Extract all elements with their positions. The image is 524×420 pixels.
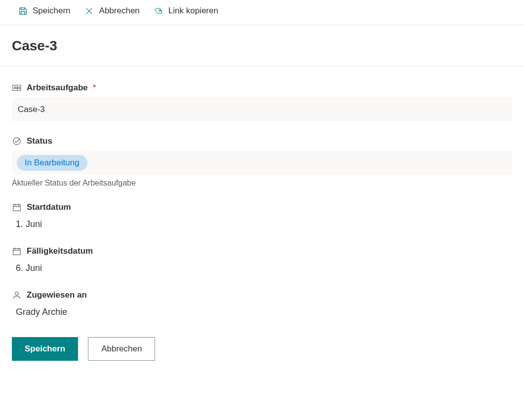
status-label: Status bbox=[27, 136, 52, 146]
svg-point-4 bbox=[15, 292, 18, 295]
page-title: Case-3 bbox=[12, 38, 512, 54]
start-date-label: Startdatum bbox=[27, 202, 71, 212]
toolbar-cancel-label: Abbrechen bbox=[99, 6, 140, 16]
toolbar-copy-link-label: Link kopieren bbox=[168, 6, 218, 16]
cancel-button[interactable]: Abbrechen bbox=[88, 337, 155, 361]
toolbar-save-button[interactable]: Speichern bbox=[18, 6, 71, 16]
calendar-icon bbox=[12, 202, 22, 212]
person-icon bbox=[12, 290, 22, 300]
start-date-field: Startdatum 1. Juni bbox=[12, 202, 512, 231]
toolbar-save-label: Speichern bbox=[33, 6, 71, 16]
start-date-label-row: Startdatum bbox=[12, 202, 512, 212]
toolbar-cancel-button[interactable]: Abbrechen bbox=[84, 6, 140, 16]
save-icon bbox=[18, 6, 28, 16]
divider bbox=[0, 66, 524, 66]
button-row: Speichern Abbrechen bbox=[12, 337, 512, 361]
status-check-icon bbox=[12, 136, 22, 146]
assigned-to-label-row: Zugewiesen an bbox=[12, 290, 512, 300]
status-field: Status In Bearbeitung Aktueller Status d… bbox=[12, 136, 512, 188]
text-field-icon bbox=[12, 83, 22, 93]
assigned-to-field: Zugewiesen an Grady Archie bbox=[12, 290, 512, 319]
link-icon bbox=[154, 6, 163, 16]
close-icon bbox=[84, 6, 94, 16]
status-label-row: Status bbox=[12, 136, 512, 146]
svg-rect-2 bbox=[13, 205, 20, 211]
work-item-field: Arbeitsaufgabe * bbox=[12, 83, 512, 121]
due-date-label: Fälligkeitsdatum bbox=[27, 246, 93, 256]
svg-rect-3 bbox=[13, 249, 20, 255]
toolbar-copy-link-button[interactable]: Link kopieren bbox=[154, 6, 218, 16]
calendar-icon bbox=[12, 246, 22, 256]
due-date-field: Fälligkeitsdatum 6. Juni bbox=[12, 246, 512, 275]
status-select[interactable]: In Bearbeitung bbox=[12, 151, 512, 175]
status-helper: Aktueller Status der Arbeitsaufgabe bbox=[12, 179, 512, 188]
svg-point-1 bbox=[13, 138, 20, 145]
assigned-to-label: Zugewiesen an bbox=[27, 290, 87, 300]
work-item-label-row: Arbeitsaufgabe * bbox=[12, 83, 512, 93]
assigned-to-value[interactable]: Grady Archie bbox=[12, 305, 512, 319]
save-button[interactable]: Speichern bbox=[12, 337, 78, 361]
toolbar: Speichern Abbrechen Link kopieren bbox=[0, 0, 524, 25]
due-date-label-row: Fälligkeitsdatum bbox=[12, 246, 512, 256]
status-badge: In Bearbeitung bbox=[17, 155, 87, 171]
work-item-label: Arbeitsaufgabe bbox=[27, 83, 88, 93]
work-item-input[interactable] bbox=[12, 98, 512, 121]
start-date-value[interactable]: 1. Juni bbox=[12, 217, 512, 231]
due-date-value[interactable]: 6. Juni bbox=[12, 261, 512, 275]
required-mark: * bbox=[93, 83, 96, 93]
content: Case-3 Arbeitsaufgabe * bbox=[0, 38, 524, 373]
